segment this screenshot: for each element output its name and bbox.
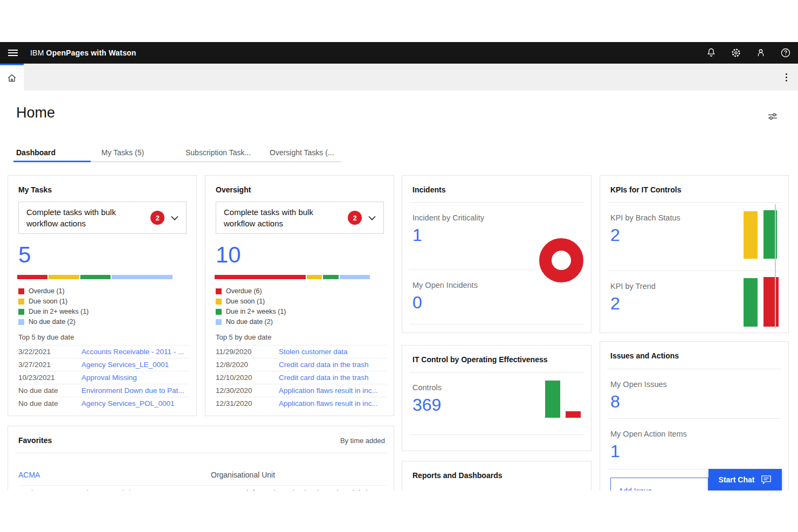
table-row: 3/22/2021Accounts Receivable - 2011 - ..…	[18, 345, 189, 358]
task-link[interactable]: Environment Down due to Pat...	[81, 386, 184, 395]
card-title: Issues and Actions	[600, 342, 788, 360]
start-chat-button[interactable]: Start Chat	[708, 469, 782, 490]
help-icon[interactable]	[773, 42, 798, 64]
my-tasks-card: My Tasks Complete tasks with bulk workfl…	[8, 175, 197, 416]
list-item: ACMA Organisational Unit	[18, 453, 387, 486]
badge-count: 2	[150, 211, 164, 225]
legend-item: Due in 2+ weeks (1)	[216, 308, 394, 315]
table-row: 12/31/2020Application flaws result in in…	[216, 397, 387, 410]
main-content: Home Dashboard My Tasks (5) Subscription…	[0, 91, 798, 490]
task-link[interactable]: Application flaws result in inc...	[279, 399, 378, 407]
task-link[interactable]: Accounts Receivable - 2011 - ...	[81, 348, 184, 356]
bar-segment-due-soon	[49, 275, 79, 279]
legend-chip	[216, 309, 222, 315]
home-tab[interactable]	[0, 64, 24, 91]
task-link[interactable]: Agency Services_POL_0001	[81, 399, 175, 407]
favorite-link[interactable]: ACMA	[18, 471, 211, 485]
kpi-bar	[744, 211, 758, 259]
card-title: Incidents	[402, 176, 591, 194]
notifications-icon[interactable]	[699, 42, 724, 64]
app-title: IBM OpenPages with Watson	[30, 49, 136, 57]
table-row: 3/27/2021Agency Services_LE_0001	[18, 358, 189, 371]
controls-bar	[545, 381, 560, 418]
bar-segment-due-2weeks	[80, 275, 111, 279]
badge-count: 2	[348, 211, 362, 225]
task-total: 10	[216, 244, 394, 266]
table-row: 12/30/2020Application flaws result in in…	[216, 384, 387, 397]
card-scrollbar[interactable]	[775, 204, 776, 328]
issues-actions-card: Issues and Actions My Open Issues 8 My O…	[600, 341, 789, 490]
tab-subscription-tasks[interactable]: Subscription Task...	[174, 144, 258, 162]
add-issue-button[interactable]: Add Issue	[610, 478, 708, 490]
my-open-action-items-stat: My Open Action Items 1	[600, 419, 788, 469]
app-header: IBM OpenPages with Watson	[0, 42, 798, 64]
legend-item: Overdue (1)	[18, 287, 196, 295]
task-link[interactable]: Credit card data in the trash	[279, 361, 369, 369]
it-control-card: IT Control by Operating Effectiveness Co…	[402, 345, 591, 451]
chevron-down-icon	[368, 216, 376, 220]
controls-bar	[566, 411, 581, 418]
card-title: Reports and Dashboards	[402, 461, 591, 480]
kpi-bar	[744, 278, 758, 327]
home-icon	[6, 73, 17, 84]
card-title: My Tasks	[8, 176, 196, 194]
bar-segment-due-soon	[307, 275, 322, 279]
bulk-workflow-dropdown[interactable]: Complete tasks with bulk workflow action…	[18, 202, 187, 234]
bulk-workflow-dropdown[interactable]: Complete tasks with bulk workflow action…	[216, 202, 384, 234]
top5-title: Top 5 by due date	[216, 333, 394, 341]
user-avatar-icon[interactable]	[748, 42, 773, 64]
card-title: IT Control by Operating Effectiveness	[402, 346, 591, 364]
kpis-card: KPIs for IT Controls KPI by Brach Status…	[600, 175, 789, 333]
task-link[interactable]: Application flaws result in inc...	[279, 386, 378, 395]
reports-dashboards-card: Reports and Dashboards	[402, 461, 591, 490]
legend-chip	[216, 288, 222, 294]
my-open-issues-stat: My Open Issues 8	[600, 369, 788, 418]
legend: Overdue (6) Due soon (1) Due in 2+ weeks…	[216, 287, 394, 326]
brand-prefix: IBM	[30, 49, 44, 57]
table-row: 12/10/2020Credit card data in the trash	[216, 371, 387, 384]
table-row: 11/29/2020Stolen customer data	[216, 345, 387, 358]
favorites-card: Favorites By time added ACMA Organisatio…	[8, 426, 394, 490]
dropdown-label: Complete tasks with bulk workflow action…	[224, 206, 332, 229]
top5-title: Top 5 by due date	[18, 333, 196, 341]
task-total: 5	[18, 244, 196, 266]
task-link[interactable]: Approval Missing	[81, 374, 137, 382]
filter-settings-icon[interactable]	[768, 112, 778, 123]
sort-by-time-added[interactable]: By time added	[340, 427, 394, 445]
kpi-bar	[763, 277, 779, 327]
legend-chip	[216, 299, 222, 305]
legend-chip	[18, 299, 24, 305]
kpi-by-branch-status-stat: KPI by Brach Status 2	[600, 203, 788, 271]
favorite-link[interactable]: Environment Down due to Patch impact	[18, 489, 211, 490]
bar-segment-no-due-date	[112, 275, 173, 279]
task-link[interactable]: Credit card data in the trash	[279, 374, 369, 382]
tab-dashboard[interactable]: Dashboard	[13, 144, 91, 162]
tab-my-tasks[interactable]: My Tasks (5)	[91, 144, 174, 162]
bar-segment-no-due-date	[340, 275, 370, 279]
legend-item: Due soon (1)	[216, 298, 394, 305]
tab-oversight-tasks[interactable]: Oversight Tasks (...	[258, 144, 341, 162]
settings-gear-icon[interactable]	[724, 42, 748, 64]
chat-icon	[761, 475, 772, 485]
legend-chip	[18, 288, 24, 294]
window-tab-strip	[0, 64, 798, 91]
brand-name: OpenPages with Watson	[46, 49, 136, 57]
incidents-card: Incidents Incident by Criticality 1 My O…	[402, 175, 591, 333]
hamburger-menu-icon[interactable]	[0, 42, 26, 64]
kebab-menu-icon[interactable]	[780, 71, 793, 84]
table-row: No due dateEnvironment Down due to Pat..…	[18, 384, 189, 397]
list-item: Environment Down due to Patch impact Le …	[18, 486, 387, 490]
dashboard-tabs: Dashboard My Tasks (5) Subscription Task…	[13, 144, 341, 162]
task-link[interactable]: Stolen customer data	[279, 348, 348, 356]
legend-item: Overdue (6)	[216, 287, 394, 295]
legend-chip	[216, 319, 222, 325]
chevron-down-icon	[171, 216, 178, 220]
my-open-incidents-stat: My Open Incidents 0	[402, 270, 591, 311]
legend-chip	[18, 309, 24, 315]
legend-item: No due date (2)	[18, 318, 196, 326]
due-date-stacked-bar	[17, 275, 173, 279]
screen: IBM OpenPages with Watson Home	[0, 0, 798, 532]
task-link[interactable]: Agency Services_LE_0001	[81, 361, 169, 369]
bar-segment-due-2weeks	[323, 275, 338, 279]
table-row: No due dateAgency Services_POL_0001	[18, 397, 189, 410]
